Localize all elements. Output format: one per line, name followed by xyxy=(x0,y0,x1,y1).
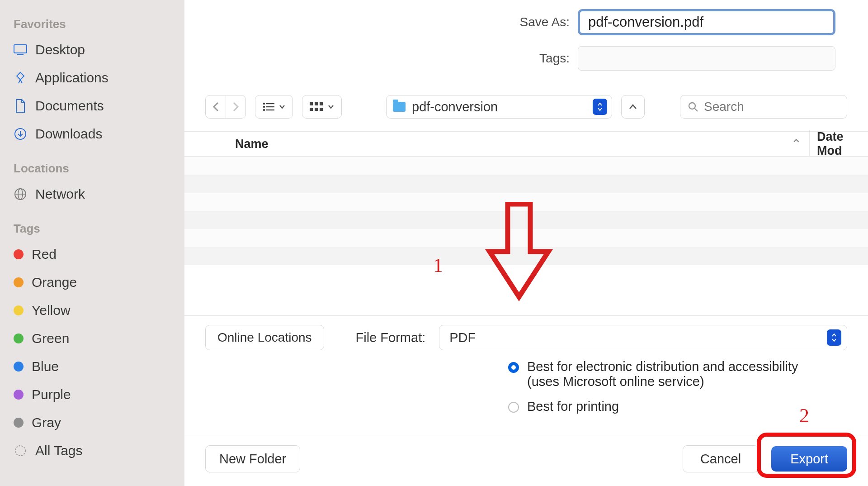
svg-rect-14 xyxy=(315,102,318,105)
sidebar-tag-all[interactable]: All Tags xyxy=(0,437,184,465)
tag-dot-icon xyxy=(14,334,24,343)
tag-dot-icon xyxy=(14,362,24,372)
new-folder-button[interactable]: New Folder xyxy=(205,445,300,472)
sidebar-item-label: Green xyxy=(32,331,69,346)
sidebar-item-label: All Tags xyxy=(35,443,83,458)
radio-label-line: (uses Microsoft online service) xyxy=(527,374,798,389)
svg-line-20 xyxy=(694,108,698,111)
table-header: Name ⌃ Date Mod xyxy=(184,131,868,157)
svg-point-11 xyxy=(263,109,265,111)
updown-chevron-icon xyxy=(827,329,841,346)
save-form: Save As: Tags: xyxy=(184,0,868,95)
tag-dot-icon xyxy=(14,249,24,259)
search-icon xyxy=(688,101,698,112)
forward-button[interactable] xyxy=(226,95,245,118)
search-field[interactable] xyxy=(680,95,847,119)
dialog-footer: New Folder Cancel Export xyxy=(184,435,868,486)
sort-indicator-icon[interactable]: ⌃ xyxy=(783,137,809,151)
sidebar-section-tags: Tags xyxy=(0,218,184,240)
sidebar-item-label: Documents xyxy=(35,98,104,114)
tags-label: Tags: xyxy=(184,51,578,66)
documents-icon xyxy=(14,99,27,113)
svg-point-9 xyxy=(263,106,265,108)
svg-rect-16 xyxy=(310,108,313,111)
applications-icon xyxy=(14,71,27,85)
sidebar-item-label: Yellow xyxy=(32,303,71,318)
sidebar-item-label: Orange xyxy=(32,275,77,290)
sidebar-tag-orange[interactable]: Orange xyxy=(0,268,184,296)
sidebar-item-network[interactable]: Network xyxy=(0,180,184,208)
radio-best-electronic[interactable]: Best for electronic distribution and acc… xyxy=(508,359,847,389)
tag-dot-icon xyxy=(14,390,24,400)
svg-rect-0 xyxy=(14,45,27,53)
tags-input[interactable] xyxy=(578,46,835,71)
sidebar-item-downloads[interactable]: Downloads xyxy=(0,120,184,148)
file-format-select[interactable]: PDF xyxy=(439,325,847,350)
sidebar-item-label: Network xyxy=(35,186,85,202)
downloads-icon xyxy=(14,127,27,141)
nav-buttons xyxy=(205,95,246,119)
column-name[interactable]: Name xyxy=(184,137,783,151)
file-format-label: File Format: xyxy=(356,330,426,345)
updown-chevron-icon xyxy=(593,99,607,115)
back-button[interactable] xyxy=(206,95,226,118)
sidebar-tag-red[interactable]: Red xyxy=(0,240,184,268)
location-select[interactable]: pdf-conversion xyxy=(386,95,612,119)
svg-point-19 xyxy=(689,103,695,109)
view-list-button[interactable] xyxy=(255,95,293,119)
all-tags-icon xyxy=(14,444,27,457)
sidebar-item-desktop[interactable]: Desktop xyxy=(0,36,184,64)
sidebar-item-applications[interactable]: Applications xyxy=(0,64,184,92)
sidebar-section-locations: Locations xyxy=(0,158,184,180)
sidebar-section-favorites: Favorites xyxy=(0,14,184,36)
cancel-button[interactable]: Cancel xyxy=(683,445,759,472)
main-panel: Save As: Tags: pdf-con xyxy=(184,0,868,486)
view-group-button[interactable] xyxy=(302,95,342,119)
sidebar-item-label: Purple xyxy=(32,387,71,402)
sidebar-item-label: Gray xyxy=(32,415,61,430)
file-list: 1 xyxy=(184,157,868,315)
sidebar-item-label: Blue xyxy=(32,359,59,374)
save-dialog: Favorites Desktop Applications Documents… xyxy=(0,0,868,486)
list-icon xyxy=(263,102,274,111)
network-icon xyxy=(14,187,27,201)
folder-icon xyxy=(393,102,406,112)
save-as-label: Save As: xyxy=(184,15,578,29)
sidebar: Favorites Desktop Applications Documents… xyxy=(0,0,184,486)
sidebar-item-label: Desktop xyxy=(35,42,85,57)
svg-rect-17 xyxy=(315,108,318,111)
sidebar-tag-purple[interactable]: Purple xyxy=(0,381,184,409)
sidebar-item-label: Red xyxy=(32,247,57,262)
radio-label-line: Best for printing xyxy=(527,399,619,414)
svg-point-7 xyxy=(263,103,265,105)
radio-icon xyxy=(508,402,519,413)
radio-best-printing[interactable]: Best for printing xyxy=(508,399,847,414)
chevron-down-icon xyxy=(279,105,285,109)
svg-rect-15 xyxy=(320,102,323,105)
column-date-modified[interactable]: Date Mod xyxy=(809,130,868,158)
tag-dot-icon xyxy=(14,277,24,287)
sidebar-tag-green[interactable]: Green xyxy=(0,324,184,353)
sidebar-tag-yellow[interactable]: Yellow xyxy=(0,296,184,324)
tag-dot-icon xyxy=(14,305,24,315)
svg-point-6 xyxy=(15,446,25,456)
svg-rect-18 xyxy=(320,108,323,111)
save-as-input[interactable] xyxy=(578,9,835,35)
sidebar-tag-gray[interactable]: Gray xyxy=(0,409,184,437)
radio-icon xyxy=(508,362,519,373)
grid-icon xyxy=(310,102,323,111)
chevron-down-icon xyxy=(328,105,334,109)
location-label: pdf-conversion xyxy=(412,100,498,114)
search-input[interactable] xyxy=(704,100,866,114)
format-section: Online Locations File Format: PDF Best f… xyxy=(184,315,868,435)
svg-rect-13 xyxy=(310,102,313,105)
online-locations-button[interactable]: Online Locations xyxy=(205,325,324,350)
desktop-icon xyxy=(14,43,27,57)
tag-dot-icon xyxy=(14,418,24,428)
sidebar-tag-blue[interactable]: Blue xyxy=(0,353,184,381)
radio-label-line: Best for electronic distribution and acc… xyxy=(527,359,798,374)
sidebar-item-documents[interactable]: Documents xyxy=(0,92,184,120)
toolbar: pdf-conversion xyxy=(184,95,868,131)
export-button[interactable]: Export xyxy=(771,446,847,472)
collapse-button[interactable] xyxy=(621,95,645,119)
